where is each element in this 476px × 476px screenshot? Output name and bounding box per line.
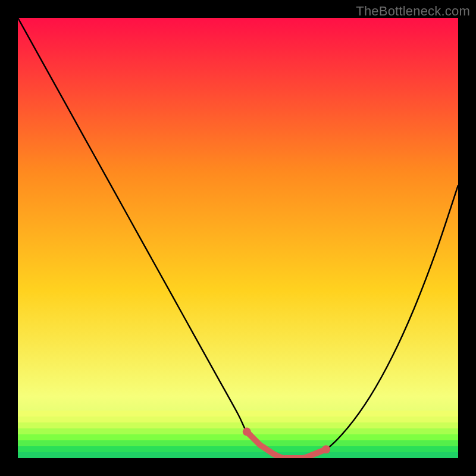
chart-container: TheBottleneck.com — [0, 0, 476, 476]
svg-rect-4 — [18, 428, 458, 434]
svg-rect-8 — [18, 452, 458, 458]
svg-rect-5 — [18, 434, 458, 440]
svg-rect-2 — [18, 416, 458, 422]
svg-rect-7 — [18, 446, 458, 452]
bottom-strip-bands — [18, 411, 458, 458]
optimal-range-end-dot — [322, 445, 330, 453]
optimal-range-start-dot — [243, 428, 251, 436]
svg-rect-6 — [18, 440, 458, 446]
watermark-text: TheBottleneck.com — [356, 4, 470, 19]
bottleneck-chart — [0, 0, 476, 476]
plot-background — [18, 18, 458, 458]
svg-rect-3 — [18, 422, 458, 428]
